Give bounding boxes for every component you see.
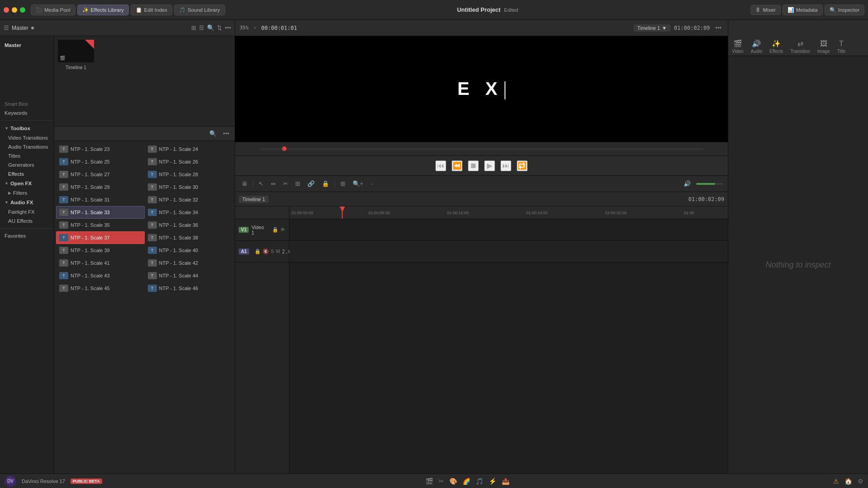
effect-item-13[interactable]: TNTP - 1. Scale 35 xyxy=(56,219,145,231)
timeline-thumb[interactable]: 🎬 xyxy=(58,40,94,62)
goto-start-button[interactable]: ⏮ xyxy=(435,160,446,171)
loop-button[interactable]: 🔁 xyxy=(517,160,528,171)
inspector-tab-effects[interactable]: ✨ Effects xyxy=(769,39,783,54)
snap-button[interactable]: ⊞ xyxy=(339,179,347,188)
trim-tool[interactable]: ⇔ xyxy=(269,179,278,188)
effect-item-9[interactable]: TNTP - 1. Scale 31 xyxy=(56,193,145,206)
close-button[interactable] xyxy=(4,7,9,13)
v1-track-content[interactable] xyxy=(289,219,728,241)
more-effects-button[interactable]: ••• xyxy=(221,129,231,138)
inspector-tab-image[interactable]: 🖼 Image xyxy=(817,40,830,54)
media-pool-button[interactable]: ⬛ Media Pool xyxy=(31,5,75,15)
bottom-icon-1[interactable]: 🎬 xyxy=(425,478,433,485)
effect-item-7[interactable]: TNTP - 1. Scale 29 xyxy=(56,181,145,193)
metadata-button[interactable]: 📊 Metadata xyxy=(783,5,823,15)
edit-index-button[interactable]: 📋 Edit Index xyxy=(131,5,172,15)
effects-library-button[interactable]: ✨ Effects Library xyxy=(77,5,129,15)
effect-item-10[interactable]: TNTP - 1. Scale 32 xyxy=(145,193,233,206)
effect-item-6[interactable]: TNTP - 1. Scale 28 xyxy=(145,168,233,181)
effect-item-24[interactable]: TNTP - 1. Scale 46 xyxy=(145,282,233,295)
more-icon[interactable]: ••• xyxy=(225,24,231,31)
effect-item-18[interactable]: TNTP - 1. Scale 40 xyxy=(145,244,233,257)
effects-list[interactable]: TNTP - 1. Scale 23TNTP - 1. Scale 24TNTP… xyxy=(54,141,235,474)
a1-mute-icon[interactable]: 🔇 xyxy=(263,249,269,255)
bottom-icon-6[interactable]: ⚡ xyxy=(489,478,496,485)
sidebar-item-filters[interactable]: ▶ Filters xyxy=(0,188,54,197)
track-body[interactable]: 01:00:00:00 01:00:08:00 01:00:16:00 01:0… xyxy=(289,206,728,474)
list-view-icon[interactable]: ☰ xyxy=(199,24,204,31)
effect-item-23[interactable]: TNTP - 1. Scale 45 xyxy=(56,282,145,295)
effect-item-4[interactable]: TNTP - 1. Scale 26 xyxy=(145,155,233,168)
effect-item-11[interactable]: TNTP - 1. Scale 33 xyxy=(56,206,145,219)
sidebar-item-fairlight-fx[interactable]: Fairlight FX xyxy=(0,207,54,216)
a1-track-content[interactable] xyxy=(289,241,728,263)
cursor-tool[interactable]: ↖ xyxy=(257,179,265,188)
effect-item-5[interactable]: TNTP - 1. Scale 27 xyxy=(56,168,145,181)
maximize-button[interactable] xyxy=(20,7,25,13)
sidebar-item-effects[interactable]: Effects xyxy=(0,169,54,178)
sidebar-open-fx[interactable]: ▼ Open FX xyxy=(0,178,54,188)
inspector-tab-title[interactable]: T Title xyxy=(837,40,846,54)
inspector-tab-transition[interactable]: ⇄ Transition xyxy=(790,39,810,54)
effect-item-12[interactable]: TNTP - 1. Scale 34 xyxy=(145,206,233,219)
sound-library-button[interactable]: 🎵 Sound Library xyxy=(174,5,225,15)
volume-icon[interactable]: 🔊 xyxy=(682,179,693,188)
effect-item-16[interactable]: TNTP - 1. Scale 38 xyxy=(145,231,233,244)
razor-tool[interactable]: ✂ xyxy=(281,179,290,188)
effect-item-2[interactable]: TNTP - 1. Scale 24 xyxy=(145,143,233,155)
inspector-tab-video[interactable]: 🎬 Video xyxy=(732,39,743,54)
view-toggle-icon[interactable]: ⊞ xyxy=(191,24,196,31)
effect-item-14[interactable]: TNTP - 1. Scale 36 xyxy=(145,219,233,231)
zoom-out-button[interactable]: - xyxy=(369,179,374,188)
inspector-tab-audio[interactable]: 🔊 Audio xyxy=(750,39,762,54)
bottom-icon-2[interactable]: ✂ xyxy=(439,478,444,485)
sidebar-item-titles[interactable]: Titles xyxy=(0,151,54,160)
effect-item-22[interactable]: TNTP - 1. Scale 44 xyxy=(145,269,233,282)
bottom-icon-5[interactable]: 🎵 xyxy=(476,478,483,485)
timeline-name-btn[interactable]: Timeline 1 ▼ xyxy=(634,24,670,32)
effect-item-21[interactable]: TNTP - 1. Scale 43 xyxy=(56,269,145,282)
sidebar-audio-fx[interactable]: ▼ Audio FX xyxy=(0,197,54,207)
sort-icon[interactable]: ⇅ xyxy=(217,24,222,31)
a1-more-icon[interactable]: M xyxy=(276,249,280,255)
lock-tool[interactable]: 🔒 xyxy=(320,179,331,188)
slip-tool[interactable]: ⊞ xyxy=(293,179,302,188)
sidebar-item-generators[interactable]: Generators xyxy=(0,160,54,169)
play-button[interactable]: ▶ xyxy=(484,160,495,171)
mixer-button[interactable]: 🎚 Mixer xyxy=(750,5,781,15)
minimize-button[interactable] xyxy=(12,7,17,13)
stop-button[interactable]: ⏹ xyxy=(468,160,479,171)
step-back-button[interactable]: ⏪ xyxy=(452,160,462,171)
sidebar-item-audio-transitions[interactable]: Audio Transitions xyxy=(0,142,54,151)
preview-more-button[interactable]: ••• xyxy=(713,23,723,32)
sidebar-item-master[interactable]: Master xyxy=(0,39,54,52)
v1-lock-icon[interactable]: 🔒 xyxy=(272,227,278,233)
sidebar-item-favorites[interactable]: Favorites xyxy=(0,231,54,240)
effect-item-19[interactable]: TNTP - 1. Scale 41 xyxy=(56,257,145,269)
search-effects-button[interactable]: 🔍 xyxy=(208,129,218,138)
home-icon[interactable]: 🏠 xyxy=(844,478,852,485)
sidebar-item-video-transitions[interactable]: Video Transitions xyxy=(0,133,54,142)
link-tool[interactable]: 🔗 xyxy=(306,179,316,188)
a1-lock-icon[interactable]: 🔒 xyxy=(255,249,261,255)
goto-end-button[interactable]: ⏭ xyxy=(500,160,511,171)
effect-item-1[interactable]: TNTP - 1. Scale 23 xyxy=(56,143,145,155)
effect-item-8[interactable]: TNTP - 1. Scale 30 xyxy=(145,181,233,193)
zoom-in-button[interactable]: 🔍+ xyxy=(351,179,365,188)
effect-item-3[interactable]: TNTP - 1. Scale 25 xyxy=(56,155,145,168)
monitor-icon[interactable]: 🖥 xyxy=(240,179,249,188)
effect-item-20[interactable]: TNTP - 1. Scale 42 xyxy=(145,257,233,269)
effect-item-15[interactable]: TNTP - 1. Scale 37 xyxy=(56,231,145,244)
settings-icon[interactable]: ⚙ xyxy=(858,478,863,485)
sidebar-item-keywords[interactable]: Keywords xyxy=(0,108,54,117)
sidebar-toolbox[interactable]: ▼ Toolbox xyxy=(0,123,54,133)
inspector-button[interactable]: 🔍 Inspector xyxy=(825,5,864,15)
a1-solo-icon[interactable]: S xyxy=(271,249,274,255)
bottom-icon-7[interactable]: 📤 xyxy=(502,478,509,485)
sidebar-item-au-effects[interactable]: AU Effects xyxy=(0,216,54,225)
bottom-icon-3[interactable]: 🎨 xyxy=(449,478,457,485)
search-icon[interactable]: 🔍 xyxy=(207,24,214,31)
playhead-indicator[interactable] xyxy=(282,146,287,151)
v1-eye-icon[interactable]: 👁 xyxy=(280,227,285,233)
bottom-icon-4[interactable]: 🌈 xyxy=(462,478,470,485)
